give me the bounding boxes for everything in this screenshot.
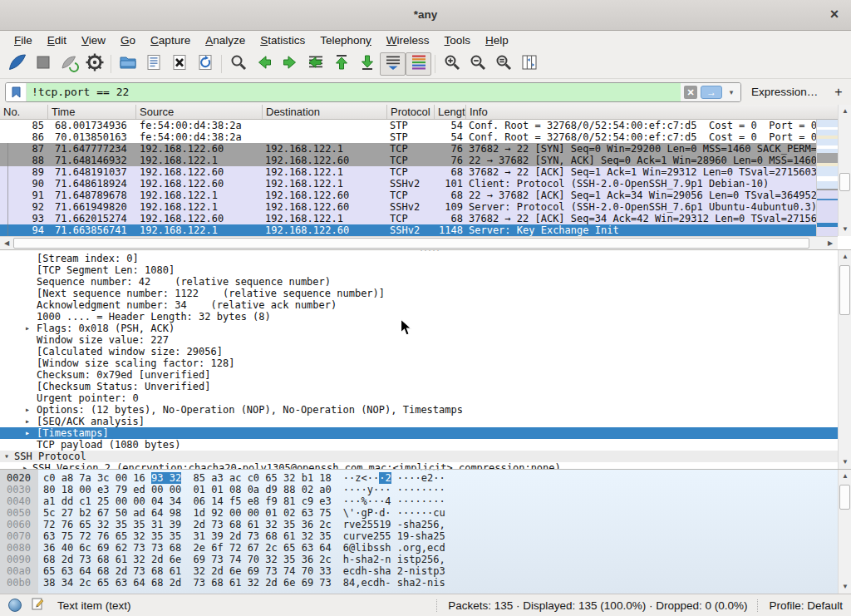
detail-line[interactable]: [Stream index: 0] bbox=[0, 253, 838, 264]
detail-line[interactable]: [Calculated window size: 29056] bbox=[0, 346, 838, 357]
hex-row[interactable]: 0020c0 a8 7a 3c 00 16 93 32 85 a3 ac c0 … bbox=[0, 472, 838, 484]
packet-row[interactable]: 8771.647777234192.168.122.60192.168.122.… bbox=[0, 143, 816, 155]
detail-line[interactable]: ▸Flags: 0x018 (PSH, ACK) bbox=[0, 323, 838, 334]
packet-row[interactable]: 9071.648618924192.168.122.60192.168.122.… bbox=[0, 178, 816, 190]
expression-button[interactable]: Expression… bbox=[751, 86, 818, 98]
column-header[interactable]: Protocol bbox=[387, 105, 435, 119]
hex-row[interactable]: 007063 75 72 76 65 32 35 35 31 39 2d 73 … bbox=[0, 530, 838, 542]
packet-row[interactable]: 9171.648789678192.168.122.1192.168.122.6… bbox=[0, 190, 816, 201]
packet-row[interactable]: 8971.648191037192.168.122.60192.168.122.… bbox=[0, 166, 816, 178]
menu-view[interactable]: View bbox=[74, 33, 113, 47]
pane-splitter-handle[interactable]: ····· bbox=[406, 469, 455, 471]
packet-row[interactable]: 9471.663856741192.168.122.1192.168.122.6… bbox=[0, 224, 816, 236]
detail-line[interactable]: Urgent pointer: 0 bbox=[0, 392, 838, 404]
detail-line[interactable]: ▸[Timestamps] bbox=[0, 427, 838, 439]
detail-line[interactable]: ▸Options: (12 bytes), No-Operation (NOP)… bbox=[0, 404, 838, 416]
resize-columns-button[interactable] bbox=[516, 52, 542, 76]
pane-splitter-handle[interactable]: ····· bbox=[406, 249, 455, 252]
menu-statistics[interactable]: Statistics bbox=[253, 33, 312, 47]
reload-file-button[interactable] bbox=[192, 52, 218, 76]
title-bar[interactable]: *any × bbox=[0, 0, 851, 31]
scroll-down-icon[interactable]: ▼ bbox=[839, 456, 851, 469]
colorize-packets-button[interactable] bbox=[406, 52, 431, 76]
scrollbar-thumb[interactable] bbox=[839, 173, 850, 191]
hex-row[interactable]: 00a065 63 64 68 2d 73 68 61 32 2d 6e 69 … bbox=[0, 565, 838, 577]
go-last-packet-button[interactable] bbox=[354, 52, 380, 76]
details-vscrollbar[interactable]: ▲ ▼ bbox=[838, 250, 851, 469]
add-filter-button[interactable]: + bbox=[834, 85, 842, 100]
packet-row[interactable]: 9271.661949820192.168.122.1192.168.122.6… bbox=[0, 201, 816, 213]
start-capture-button[interactable] bbox=[4, 52, 30, 76]
menu-file[interactable]: File bbox=[7, 33, 40, 47]
close-window-button[interactable]: × bbox=[825, 6, 844, 24]
packet-row[interactable]: 9371.662015274192.168.122.60192.168.122.… bbox=[0, 213, 816, 224]
scroll-up-icon[interactable]: ▲ bbox=[839, 250, 851, 264]
expert-info-icon[interactable] bbox=[8, 599, 22, 612]
stop-capture-button[interactable] bbox=[30, 52, 56, 76]
capture-comment-icon[interactable] bbox=[32, 598, 44, 614]
menu-capture[interactable]: Capture bbox=[143, 33, 198, 47]
menu-edit[interactable]: Edit bbox=[40, 33, 74, 47]
go-forward-button[interactable] bbox=[277, 52, 303, 76]
bookmark-icon[interactable] bbox=[6, 83, 27, 101]
bytes-vscrollbar[interactable]: ▲ ▼ bbox=[838, 470, 851, 594]
scroll-left-icon[interactable]: ◀ bbox=[1, 238, 12, 249]
save-file-button[interactable] bbox=[140, 52, 166, 76]
filter-text[interactable]: !tcp.port == 22 bbox=[27, 83, 681, 101]
zoom-out-button[interactable] bbox=[465, 52, 490, 76]
expander-closed-icon[interactable]: ▸ bbox=[25, 427, 30, 439]
packet-row[interactable]: 8871.648146932192.168.122.1192.168.122.6… bbox=[0, 155, 816, 166]
column-header[interactable]: Info bbox=[466, 105, 838, 119]
expander-closed-icon[interactable]: ▸ bbox=[25, 404, 30, 416]
expander-closed-icon[interactable]: ▸ bbox=[25, 323, 30, 334]
auto-scroll-button[interactable] bbox=[380, 52, 406, 76]
menu-wireless[interactable]: Wireless bbox=[379, 33, 437, 47]
detail-line[interactable]: ▸SSH Version 2 (encryption:chacha20-poly… bbox=[0, 462, 838, 469]
detail-line[interactable]: TCP payload (1080 bytes) bbox=[0, 439, 838, 451]
hex-row[interactable]: 00505c 27 b2 67 50 ad 64 98 1d 92 00 00 … bbox=[0, 507, 838, 519]
column-header[interactable]: Length bbox=[435, 105, 466, 119]
zoom-in-button[interactable] bbox=[439, 52, 465, 76]
expander-open-icon[interactable]: ▾ bbox=[4, 451, 9, 462]
menu-telephony[interactable]: Telephony bbox=[312, 33, 379, 47]
detail-line[interactable]: Acknowledgment number: 34 (relative ack … bbox=[0, 299, 838, 311]
apply-filter-icon[interactable]: → bbox=[701, 86, 722, 99]
scrollbar-thumb[interactable] bbox=[839, 485, 850, 510]
open-file-button[interactable] bbox=[115, 52, 140, 76]
close-file-button[interactable] bbox=[166, 52, 192, 76]
packet-row[interactable]: 8670.013850163fe:54:00:d4:38:2aSTP54Conf… bbox=[0, 131, 816, 143]
column-header[interactable]: Source bbox=[136, 105, 263, 119]
filter-history-dropdown-icon[interactable]: ▾ bbox=[726, 88, 737, 96]
menu-go[interactable]: Go bbox=[113, 33, 143, 47]
expander-closed-icon[interactable]: ▸ bbox=[22, 462, 27, 469]
scrollbar-thumb[interactable] bbox=[13, 238, 809, 249]
hex-row[interactable]: 008036 40 6c 69 62 73 73 68 2e 6f 72 67 … bbox=[0, 542, 838, 554]
restart-capture-button[interactable] bbox=[56, 52, 81, 76]
scroll-up-icon[interactable]: ▲ bbox=[839, 105, 851, 118]
menu-help[interactable]: Help bbox=[478, 33, 516, 47]
detail-line[interactable]: 1000 .... = Header Length: 32 bytes (8) bbox=[0, 311, 838, 323]
column-header[interactable]: Time bbox=[48, 105, 136, 119]
detail-line[interactable]: [Window size scaling factor: 128] bbox=[0, 357, 838, 369]
detail-line[interactable]: [TCP Segment Len: 1080] bbox=[0, 264, 838, 276]
detail-line[interactable]: [Checksum Status: Unverified] bbox=[0, 381, 838, 392]
find-packet-button[interactable] bbox=[225, 52, 251, 76]
go-first-packet-button[interactable] bbox=[328, 52, 354, 76]
detail-line[interactable]: Window size value: 227 bbox=[0, 334, 838, 346]
detail-line[interactable]: ▾SSH Protocol bbox=[0, 451, 838, 462]
scroll-down-icon[interactable]: ▼ bbox=[839, 580, 851, 594]
scroll-up-icon[interactable]: ▲ bbox=[839, 470, 851, 483]
hex-row[interactable]: 006072 76 65 32 35 35 31 39 2d 73 68 61 … bbox=[0, 519, 838, 530]
packet-list-hscrollbar[interactable]: ◀ ▶ bbox=[0, 236, 838, 249]
detail-line[interactable]: Sequence number: 42 (relative sequence n… bbox=[0, 276, 838, 288]
profile-button[interactable]: Profile: Default bbox=[769, 599, 843, 612]
hex-row[interactable]: 003080 18 00 e3 79 ed 00 00 01 01 08 0a … bbox=[0, 484, 838, 495]
hex-row[interactable]: 009068 2d 73 68 61 32 2d 6e 69 73 74 70 … bbox=[0, 554, 838, 565]
column-header[interactable]: Destination bbox=[263, 105, 387, 119]
expander-closed-icon[interactable]: ▸ bbox=[25, 416, 30, 427]
intelligent-scrollbar-minimap[interactable] bbox=[816, 120, 838, 236]
clear-filter-icon[interactable]: ✕ bbox=[684, 86, 697, 99]
packet-row[interactable]: 8568.001734936fe:54:00:d4:38:2aSTP54Conf… bbox=[0, 120, 816, 131]
go-to-packet-button[interactable] bbox=[303, 52, 328, 76]
menu-tools[interactable]: Tools bbox=[437, 33, 479, 47]
